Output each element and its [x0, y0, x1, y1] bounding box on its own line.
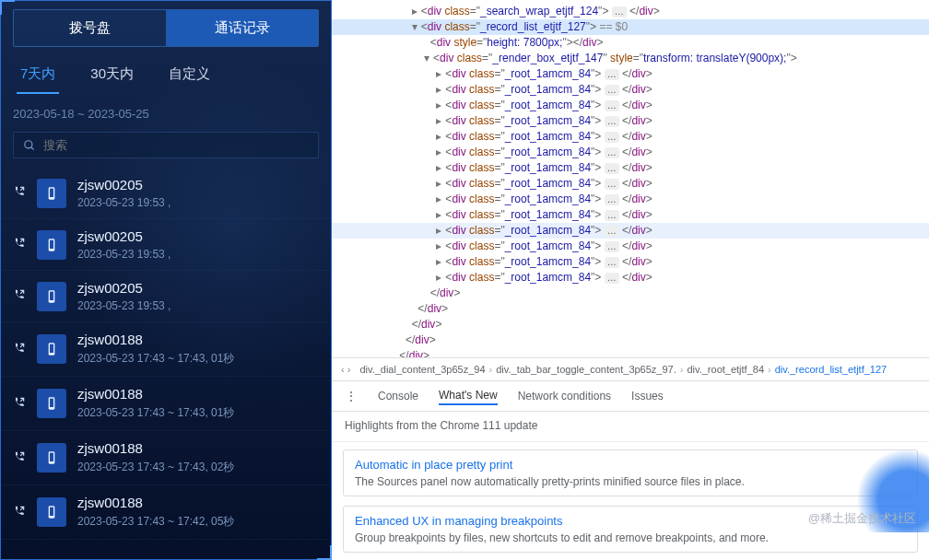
- dom-node[interactable]: ▸<div class="_root_1amcm_84"> … </div>: [332, 223, 929, 239]
- dom-node[interactable]: ▸<div class="_root_1amcm_84"> … </div>: [332, 207, 929, 223]
- svg-rect-5: [50, 239, 53, 248]
- call-direction-icon: [13, 396, 28, 412]
- call-name: zjsw00188: [77, 332, 319, 347]
- range-tabs: 7天内 30天内 自定义: [0, 47, 332, 94]
- call-info: zjsw002052023-05-23 19:53 ,: [77, 177, 319, 209]
- svg-rect-13: [50, 453, 53, 461]
- tab-30days[interactable]: 30天内: [87, 60, 137, 94]
- watermark-text: @稀土掘金技术社区: [808, 510, 916, 527]
- dom-node[interactable]: ▸<div class="_root_1amcm_84"> … </div>: [332, 66, 929, 82]
- dom-node[interactable]: ▸<div class="_root_1amcm_84"> … </div>: [332, 145, 929, 160]
- outgoing-call-icon: [13, 185, 26, 198]
- call-list[interactable]: zjsw002052023-05-23 19:53 ,zjsw002052023…: [0, 168, 332, 540]
- call-avatar: [37, 389, 66, 418]
- dom-node[interactable]: </div>: [332, 301, 929, 317]
- call-list-item[interactable]: zjsw001882023-05-23 17:43 ~ 17:43, 01秒: [0, 377, 332, 431]
- breadcrumb[interactable]: ‹ › div._dial_content_3p65z_94 › div._ta…: [332, 357, 929, 381]
- call-time: 2023-05-23 19:53 ,: [77, 299, 319, 312]
- dom-node[interactable]: ▸<div class="_root_1amcm_84"> … </div>: [332, 113, 929, 129]
- dom-node[interactable]: ▸<div class="_root_1amcm_84"> … </div>: [332, 82, 929, 98]
- call-avatar: [37, 443, 66, 472]
- dom-node[interactable]: ▸<div class="_root_1amcm_84"> … </div>: [332, 176, 929, 192]
- drawer-menu-icon[interactable]: ⋮: [345, 389, 358, 403]
- dom-node[interactable]: </div>: [332, 348, 929, 357]
- crumb-item[interactable]: div._tab_bar_toggle_content_3p65z_97.: [496, 364, 676, 375]
- call-list-item[interactable]: zjsw001882023-05-23 17:43 ~ 17:42, 05秒: [0, 485, 332, 540]
- outgoing-call-icon: [13, 237, 26, 250]
- dom-node[interactable]: <div style="height: 7800px;"></div>: [332, 35, 929, 51]
- news-card-desc: The Sources panel now automatically pret…: [355, 475, 906, 488]
- tab-call-log[interactable]: 通话记录: [166, 9, 320, 47]
- dom-node[interactable]: ▸<div class="_root_1amcm_84"> … </div>: [332, 239, 929, 254]
- whats-new-cards: Automatic in place pretty print The Sour…: [332, 442, 929, 560]
- call-list-item[interactable]: zjsw002052023-05-23 19:53 ,: [0, 168, 332, 219]
- dom-node[interactable]: ▸<div class="_root_1amcm_84"> … </div>: [332, 192, 929, 207]
- call-avatar: [37, 179, 66, 208]
- call-info: zjsw001882023-05-23 17:43 ~ 17:43, 02秒: [77, 440, 319, 475]
- phone-device-icon: [44, 342, 59, 356]
- tab-console[interactable]: Console: [378, 388, 418, 404]
- dom-node[interactable]: ▸<div class="_root_1amcm_84"> … </div>: [332, 98, 929, 113]
- crumb-item[interactable]: div._dial_content_3p65z_94: [359, 364, 485, 375]
- call-direction-icon: [13, 505, 28, 520]
- search-box[interactable]: [13, 132, 319, 158]
- dom-node[interactable]: ▾<div class="_render_box_etjtf_147" styl…: [332, 51, 929, 66]
- tab-issues[interactable]: Issues: [631, 388, 664, 404]
- svg-line-1: [31, 146, 34, 149]
- svg-rect-11: [50, 399, 53, 407]
- call-info: zjsw002052023-05-23 19:53 ,: [77, 228, 319, 261]
- call-name: zjsw00205: [77, 228, 319, 244]
- dom-node[interactable]: </div>: [332, 286, 929, 301]
- dom-node[interactable]: </div>: [332, 317, 929, 332]
- dom-node[interactable]: ▸<div class="_search_wrap_etjtf_124"> … …: [332, 4, 929, 19]
- news-card[interactable]: Automatic in place pretty print The Sour…: [343, 449, 918, 496]
- call-info: zjsw001882023-05-23 17:43 ~ 17:43, 01秒: [77, 386, 319, 421]
- call-list-item[interactable]: zjsw001882023-05-23 17:43 ~ 17:43, 02秒: [0, 431, 332, 485]
- dom-node[interactable]: ▸<div class="_root_1amcm_84"> … </div>: [332, 129, 929, 145]
- tab-whats-new[interactable]: What's New: [439, 387, 498, 405]
- call-list-item[interactable]: zjsw001882023-05-23 17:43 ~ 17:43, 01秒: [0, 322, 332, 377]
- call-list-item[interactable]: zjsw002052023-05-23 19:53 ,: [0, 219, 332, 271]
- svg-rect-9: [50, 344, 53, 353]
- call-time: 2023-05-23 19:53 ,: [77, 196, 319, 209]
- elements-tree[interactable]: ▸<div class="_search_wrap_etjtf_124"> … …: [332, 0, 929, 357]
- dom-node[interactable]: </div>: [332, 332, 929, 348]
- top-tabs: 拨号盘 通话记录: [0, 0, 332, 47]
- tab-network-conditions[interactable]: Network conditions: [518, 388, 611, 404]
- call-name: zjsw00188: [77, 440, 319, 456]
- search-input[interactable]: [43, 138, 309, 152]
- svg-point-0: [25, 140, 32, 147]
- tab-custom[interactable]: 自定义: [165, 60, 214, 94]
- call-time: 2023-05-23 17:43 ~ 17:42, 05秒: [77, 514, 319, 530]
- outgoing-call-icon: [13, 342, 26, 355]
- call-avatar: [37, 334, 66, 364]
- phone-device-icon: [44, 238, 59, 252]
- svg-rect-7: [50, 291, 53, 299]
- call-avatar: [37, 282, 66, 311]
- tab-dialpad[interactable]: 拨号盘: [13, 9, 166, 47]
- phone-device-icon: [44, 289, 59, 304]
- tab-7days[interactable]: 7天内: [17, 60, 59, 94]
- outgoing-call-icon: [13, 450, 26, 463]
- dom-node[interactable]: ▸<div class="_root_1amcm_84"> … </div>: [332, 160, 929, 176]
- dom-node[interactable]: ▾<div class="_record_list_etjtf_127"> ==…: [332, 19, 929, 35]
- call-avatar: [37, 497, 66, 527]
- call-time: 2023-05-23 19:53 ,: [77, 248, 319, 261]
- call-name: zjsw00188: [77, 495, 319, 510]
- phone-device-icon: [44, 396, 59, 411]
- crumb-item-active[interactable]: div._record_list_etjtf_127: [775, 364, 887, 375]
- news-card-desc: Group breakpoints by files, new shortcut…: [355, 531, 906, 544]
- crumb-item[interactable]: div._root_etjtf_84: [687, 364, 764, 375]
- dom-node[interactable]: ▸<div class="_root_1amcm_84"> … </div>: [332, 270, 929, 286]
- call-direction-icon: [13, 185, 28, 201]
- call-name: zjsw00188: [77, 386, 319, 402]
- call-list-item[interactable]: zjsw002052023-05-23 19:53 ,: [0, 271, 332, 322]
- call-info: zjsw002052023-05-23 19:53 ,: [77, 280, 319, 312]
- news-card-title: Automatic in place pretty print: [355, 458, 906, 472]
- svg-rect-15: [50, 508, 53, 516]
- dom-node[interactable]: ▸<div class="_root_1amcm_84"> … </div>: [332, 254, 929, 270]
- call-name: zjsw00205: [77, 280, 319, 296]
- phone-device-icon: [44, 505, 59, 519]
- crumb-scroll-icon[interactable]: ‹ ›: [341, 364, 350, 375]
- call-info: zjsw001882023-05-23 17:43 ~ 17:43, 01秒: [77, 332, 319, 367]
